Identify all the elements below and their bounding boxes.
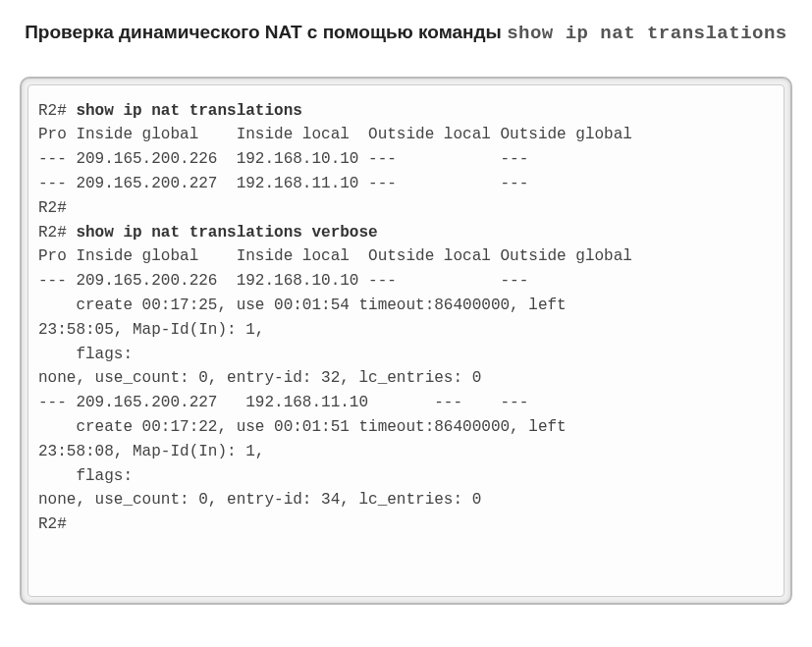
output-line: none, use_count: 0, entry-id: 34, lc_ent…	[38, 491, 481, 509]
title-command: show ip nat translations	[507, 23, 787, 44]
prompt: R2#	[38, 102, 76, 120]
command-text: show ip nat translations	[76, 102, 301, 120]
output-line: Pro Inside global Inside local Outside l…	[38, 126, 632, 143]
page-title: Проверка динамического NAT с помощью ком…	[20, 20, 792, 47]
output-line: flags:	[38, 346, 133, 363]
output-line: --- 209.165.200.227 192.168.11.10 --- --…	[38, 175, 528, 192]
output-line: none, use_count: 0, entry-id: 32, lc_ent…	[38, 369, 481, 387]
output-line: Pro Inside global Inside local Outside l…	[38, 247, 632, 265]
prompt: R2#	[38, 515, 67, 533]
output-line: create 00:17:25, use 00:01:54 timeout:86…	[38, 297, 567, 314]
output-line: flags:	[38, 467, 133, 485]
output-line: create 00:17:22, use 00:01:51 timeout:86…	[38, 418, 567, 436]
output-line: --- 209.165.200.227 192.168.11.10 --- --…	[38, 394, 528, 411]
terminal-frame: R2# show ip nat translations Pro Inside …	[20, 77, 792, 605]
terminal-output: R2# show ip nat translations Pro Inside …	[27, 84, 785, 597]
prompt: R2#	[38, 199, 67, 217]
prompt: R2#	[38, 224, 76, 242]
title-text: Проверка динамического NAT с помощью ком…	[25, 22, 507, 42]
output-line: --- 209.165.200.226 192.168.10.10 --- --…	[38, 272, 528, 290]
command-text: show ip nat translations verbose	[76, 224, 377, 242]
output-line: 23:58:05, Map-Id(In): 1,	[38, 321, 264, 339]
output-line: 23:58:08, Map-Id(In): 1,	[38, 443, 264, 460]
output-line: --- 209.165.200.226 192.168.10.10 --- --…	[38, 150, 528, 168]
